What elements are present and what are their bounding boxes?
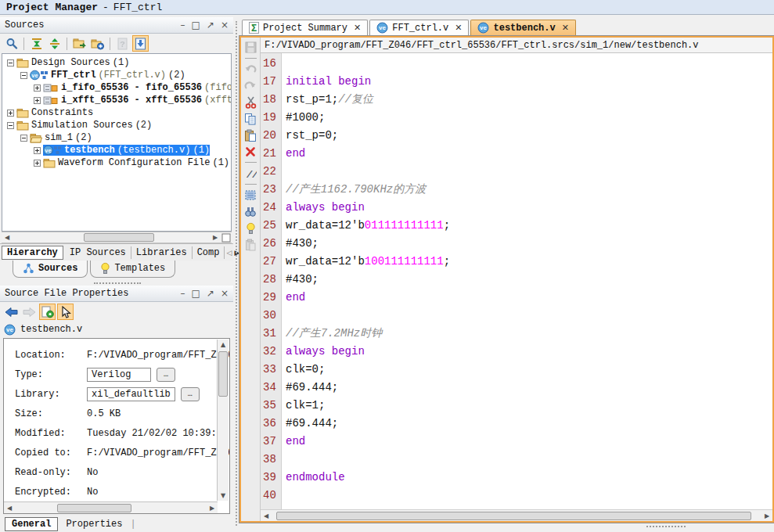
minus-box-icon[interactable] bbox=[7, 59, 14, 66]
scroll-left-icon[interactable]: ◀ bbox=[2, 232, 13, 243]
tree-item-content[interactable]: Constraints bbox=[16, 107, 93, 118]
code-line-35[interactable]: 35clk=1; bbox=[261, 397, 772, 415]
plus-box-icon[interactable] bbox=[34, 97, 41, 104]
code-line-18[interactable]: 18rst_p=1;//复位 bbox=[261, 91, 772, 109]
tree-item-content[interactable]: sim_1 (2) bbox=[30, 132, 92, 143]
properties-hscroll-thumb[interactable] bbox=[57, 504, 131, 512]
code-line-39[interactable]: 39endmodule bbox=[261, 469, 772, 487]
tree-item-sim-1[interactable]: sim_1 (2) bbox=[2, 131, 231, 144]
code-line-33[interactable]: 33clk=0; bbox=[261, 361, 772, 379]
code-line-26[interactable]: 26#430; bbox=[261, 235, 772, 253]
code-line-24[interactable]: 24always begin bbox=[261, 199, 772, 217]
code-line-28[interactable]: 28#430; bbox=[261, 271, 772, 289]
code-line-23[interactable]: 23//产生1162.790KHz的方波 bbox=[261, 181, 772, 199]
tab-libraries[interactable]: Libraries bbox=[131, 246, 193, 259]
plus-box-icon[interactable] bbox=[34, 147, 41, 154]
properties-vscrollbar[interactable]: ▲ ▼ bbox=[217, 340, 229, 501]
sources-tree[interactable]: Design Sources (1)veFFT_ctrl (FFT_ctrl.v… bbox=[2, 53, 232, 232]
plus-box-icon[interactable] bbox=[34, 84, 41, 92]
forward-button[interactable] bbox=[21, 304, 38, 320]
tree-hscroll-thumb[interactable] bbox=[84, 233, 154, 242]
tree-item-simulation-sources[interactable]: Simulation Sources (2) bbox=[2, 119, 231, 131]
code-editor[interactable]: 16 17initial begin18rst_p=1;//复位19#1000;… bbox=[261, 53, 772, 509]
tree-item-content[interactable]: Design Sources (1) bbox=[16, 57, 129, 68]
view-tab-sources[interactable]: Sources bbox=[13, 261, 88, 278]
properties-vscroll-thumb[interactable] bbox=[218, 351, 228, 397]
snippet-button[interactable] bbox=[243, 237, 258, 252]
scroll-right-icon[interactable]: ▶ bbox=[210, 232, 221, 243]
scroll-to-button[interactable] bbox=[132, 35, 149, 52]
tree-item-content[interactable]: Simulation Sources (2) bbox=[16, 120, 152, 131]
tree-selection[interactable]: vetestbench (testbench.v) (1) bbox=[43, 145, 210, 156]
paste-button[interactable] bbox=[243, 128, 258, 142]
code-line-17[interactable]: 17initial begin bbox=[261, 73, 772, 91]
help-button[interactable]: ? bbox=[114, 35, 131, 52]
property-field[interactable]: Verilog bbox=[87, 368, 151, 382]
code-line-29[interactable]: 29end bbox=[261, 289, 772, 307]
close-icon[interactable]: × bbox=[221, 20, 229, 30]
tab-ip-sources[interactable]: IP Sources bbox=[65, 246, 131, 259]
search-button[interactable] bbox=[3, 35, 20, 52]
code-line-25[interactable]: 25wr_data=12'b011111111111; bbox=[261, 217, 772, 235]
undo-button[interactable] bbox=[243, 62, 258, 77]
tree-item-content[interactable]: Waveform Configuration File (1) bbox=[43, 157, 229, 168]
close-tab-icon[interactable]: ✕ bbox=[562, 23, 569, 33]
maximize-icon[interactable]: □ bbox=[192, 289, 200, 298]
scroll-right-icon[interactable]: ▶ bbox=[761, 511, 772, 521]
code-line-40[interactable]: 40 bbox=[261, 487, 772, 505]
scroll-left-icon[interactable]: ◀ bbox=[4, 503, 15, 513]
tab-prev-icon[interactable]: ◁ bbox=[226, 249, 232, 257]
tree-item-content[interactable]: i_fifo_65536 - fifo_65536 (fifo_655 bbox=[43, 82, 232, 93]
back-button[interactable] bbox=[3, 304, 20, 320]
code-line-16[interactable]: 16 bbox=[261, 55, 772, 73]
select-button[interactable] bbox=[57, 304, 74, 320]
editor-tab-fft-ctrl-v[interactable]: veFFT_ctrl.v✕ bbox=[369, 20, 469, 36]
add-sources-button[interactable] bbox=[89, 35, 106, 52]
delete-button[interactable] bbox=[243, 144, 258, 159]
dock-drag-handle[interactable] bbox=[646, 526, 686, 527]
editor-hscroll-track[interactable] bbox=[272, 511, 761, 521]
comment-button[interactable]: // bbox=[243, 166, 258, 181]
minus-box-icon[interactable] bbox=[7, 122, 14, 129]
property-field[interactable]: xil_defaultlib bbox=[87, 387, 175, 401]
editor-hscroll-thumb[interactable] bbox=[276, 512, 751, 520]
plus-box-icon[interactable] bbox=[7, 110, 14, 117]
close-tab-icon[interactable]: ✕ bbox=[455, 23, 462, 33]
tab-general[interactable]: General bbox=[5, 517, 58, 531]
block-comment-button[interactable] bbox=[243, 188, 258, 203]
editor-tab-project-summary[interactable]: ΣProject Summary✕ bbox=[242, 20, 368, 36]
code-line-30[interactable]: 30 bbox=[261, 307, 772, 325]
find-button[interactable] bbox=[243, 204, 258, 219]
editor-tab-testbench-v[interactable]: vetestbench.v✕ bbox=[470, 20, 575, 36]
code-line-22[interactable]: 22 bbox=[261, 163, 772, 181]
minus-box-icon[interactable] bbox=[20, 135, 27, 142]
minimize-icon[interactable]: – bbox=[181, 20, 185, 30]
code-line-19[interactable]: 19#1000; bbox=[261, 109, 772, 127]
code-line-37[interactable]: 37end bbox=[261, 433, 772, 451]
scroll-up-icon[interactable]: ▲ bbox=[218, 340, 229, 350]
editor-hscrollbar[interactable]: ◀ ▶ bbox=[261, 509, 772, 521]
open-file-button[interactable] bbox=[71, 35, 88, 52]
tree-item-fft-ctrl[interactable]: veFFT_ctrl (FFT_ctrl.v) (2) bbox=[2, 69, 231, 81]
properties-hscrollbar[interactable]: ◀ ▶ bbox=[4, 501, 218, 513]
expand-all-button[interactable] bbox=[46, 35, 63, 52]
code-line-21[interactable]: 21end bbox=[261, 145, 772, 163]
browse-button[interactable]: … bbox=[181, 387, 200, 401]
scroll-down-icon[interactable]: ▼ bbox=[218, 491, 229, 501]
code-line-32[interactable]: 32always begin bbox=[261, 343, 772, 361]
scroll-left-icon[interactable]: ◀ bbox=[261, 511, 272, 521]
scroll-right-icon[interactable]: ▶ bbox=[207, 503, 218, 513]
code-line-31[interactable]: 31//产生7.2MHz时钟 bbox=[261, 325, 772, 343]
float-icon[interactable]: ↗ bbox=[207, 289, 214, 298]
code-line-27[interactable]: 27wr_data=12'b100111111111; bbox=[261, 253, 772, 271]
cut-button[interactable] bbox=[243, 95, 258, 110]
tree-item-content[interactable]: veFFT_ctrl (FFT_ctrl.v) (2) bbox=[30, 70, 185, 81]
tree-item-i-fifo-65536-fifo-65536[interactable]: i_fifo_65536 - fifo_65536 (fifo_655 bbox=[2, 81, 231, 94]
tree-item-design-sources[interactable]: Design Sources (1) bbox=[2, 56, 231, 69]
edit-properties-button[interactable] bbox=[39, 304, 56, 320]
save-button[interactable] bbox=[243, 40, 258, 55]
close-tab-icon[interactable]: ✕ bbox=[354, 23, 361, 33]
code-line-36[interactable]: 36#69.444; bbox=[261, 415, 772, 433]
minimize-icon[interactable]: – bbox=[181, 289, 185, 298]
tree-item-waveform-configuration-file[interactable]: Waveform Configuration File (1) bbox=[2, 156, 231, 169]
